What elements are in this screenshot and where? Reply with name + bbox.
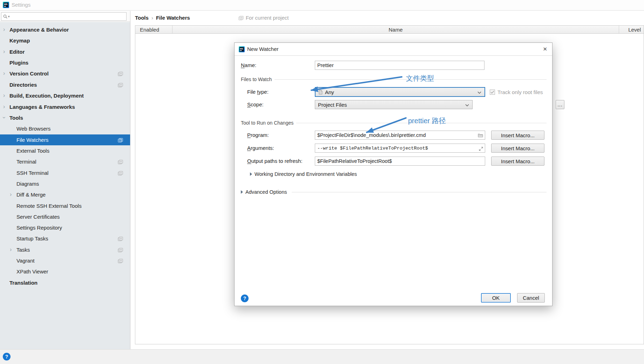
dialog-help-icon[interactable]: ? — [241, 294, 249, 302]
window-titlebar: WS Settings — [0, 0, 644, 11]
advanced-options-collapsible[interactable]: Advanced Options — [241, 189, 547, 195]
sidebar-item-editor[interactable]: ›Editor — [0, 46, 130, 57]
output-paths-input[interactable] — [315, 157, 485, 166]
chevron-right-icon[interactable]: › — [10, 247, 12, 252]
current-project-icon — [118, 71, 123, 76]
folder-browse-icon[interactable] — [478, 133, 483, 138]
name-input[interactable] — [315, 61, 484, 70]
dropdown-arrow-icon — [477, 89, 481, 95]
section-divider-line — [292, 192, 547, 192]
sidebar-item-remote-ssh-external-tools[interactable]: Remote SSH External Tools — [0, 200, 130, 211]
column-header-enabled: Enabled — [135, 26, 172, 33]
svg-text:WS: WS — [4, 3, 7, 5]
breadcrumb: Tools › File Watchers For current projec… — [135, 14, 289, 21]
sidebar-item-terminal[interactable]: Terminal — [0, 156, 130, 167]
sidebar-item-ssh-terminal[interactable]: SSH Terminal — [0, 167, 130, 178]
search-filter-caret-icon[interactable]: ▾ — [8, 15, 10, 18]
sidebar-item-xpath-viewer[interactable]: XPath Viewer — [0, 266, 130, 277]
sidebar-item-server-certificates[interactable]: Server Certificates — [0, 211, 130, 222]
program-label: Program: — [247, 131, 269, 140]
checkbox-checked-icon[interactable] — [490, 90, 495, 95]
sidebar-item-appearance-behavior[interactable]: ›Appearance & Behavior — [0, 24, 130, 35]
name-label: Name: — [241, 61, 256, 70]
breadcrumb-page-title: File Watchers — [156, 15, 190, 21]
collapsed-triangle-icon[interactable] — [241, 190, 243, 194]
settings-window: WS Settings ▾ ›Appearance & Behavior Key… — [0, 0, 644, 364]
arguments-input[interactable] — [315, 144, 485, 153]
files-to-watch-section: Files to Watch — [241, 77, 547, 82]
current-project-icon — [118, 236, 123, 241]
working-directory-collapsible[interactable]: Working Directory and Environment Variab… — [250, 171, 357, 177]
settings-footer-bar: ? OK Cancel Apply — [0, 349, 644, 364]
chevron-right-icon[interactable]: › — [3, 93, 5, 98]
scope-label: Scope: — [247, 100, 264, 109]
chevron-right-icon[interactable]: › — [10, 192, 12, 197]
new-watcher-dialog: WS New Watcher ✕ Name: Files to Watch Fi… — [234, 42, 553, 306]
svg-text:WS: WS — [240, 48, 243, 50]
dialog-ok-button[interactable]: OK — [481, 293, 511, 303]
sidebar-item-web-browsers[interactable]: Web Browsers — [0, 123, 130, 134]
dialog-titlebar: WS New Watcher ✕ — [235, 43, 552, 56]
chevron-right-icon[interactable]: › — [3, 71, 5, 76]
sidebar-item-build-execution-deployment[interactable]: ›Build, Execution, Deployment — [0, 90, 130, 101]
sidebar-item-diff-merge[interactable]: ›Diff & Merge — [0, 189, 130, 200]
search-icon[interactable]: ▾ — [3, 14, 10, 19]
sidebar-item-tasks[interactable]: ›Tasks — [0, 244, 130, 255]
sidebar-item-tools[interactable]: ›Tools — [0, 112, 130, 123]
settings-search-box[interactable]: ▾ — [1, 12, 127, 21]
sidebar-item-vagrant[interactable]: Vagrant — [0, 255, 130, 266]
help-icon[interactable]: ? — [3, 353, 11, 360]
program-insert-macro-button[interactable]: Insert Macro... — [491, 131, 544, 140]
program-annotation-text: prettier 路径 — [408, 116, 446, 126]
program-field-wrap — [315, 131, 485, 140]
output-paths-field-wrap — [315, 157, 485, 166]
file-type-label: File type: — [247, 87, 269, 97]
scope-value: Project Files — [318, 102, 347, 108]
chevron-down-icon[interactable]: › — [1, 117, 7, 118]
file-type-annotation-text: 文件类型 — [406, 74, 434, 83]
track-only-root-files-checkbox[interactable]: Track only root files — [490, 89, 543, 95]
tool-to-run-section: Tool to Run on Changes — [241, 120, 547, 126]
file-type-any-icon — [318, 90, 323, 95]
tool-to-run-label: Tool to Run on Changes — [241, 120, 293, 126]
arguments-insert-macro-button[interactable]: Insert Macro... — [491, 144, 544, 153]
dialog-title: New Watcher — [247, 46, 278, 52]
arguments-label: Arguments: — [247, 144, 274, 153]
current-project-icon — [238, 15, 244, 20]
current-project-icon — [118, 82, 123, 87]
advanced-options-label: Advanced Options — [245, 189, 287, 195]
chevron-right-icon[interactable]: › — [3, 27, 5, 32]
sidebar-item-directories[interactable]: Directories — [0, 79, 130, 90]
sidebar-item-startup-tasks[interactable]: Startup Tasks — [0, 233, 130, 244]
dialog-cancel-button[interactable]: Cancel — [517, 293, 545, 303]
sidebar-item-version-control[interactable]: ›Version Control — [0, 68, 130, 79]
output-insert-macro-button[interactable]: Insert Macro... — [491, 157, 544, 166]
file-type-dropdown[interactable]: Any — [315, 87, 485, 97]
collapsed-triangle-icon[interactable] — [250, 172, 252, 176]
working-directory-label: Working Directory and Environment Variab… — [255, 171, 357, 177]
column-header-name: Name — [172, 26, 619, 33]
sidebar-item-languages-frameworks[interactable]: ›Languages & Frameworks — [0, 101, 130, 112]
sidebar-item-plugins[interactable]: Plugins — [0, 57, 130, 68]
expand-field-icon[interactable] — [479, 146, 483, 150]
sidebar-item-external-tools[interactable]: External Tools — [0, 145, 130, 156]
search-input[interactable] — [11, 14, 126, 19]
scope-dropdown[interactable]: Project Files — [315, 100, 473, 109]
chevron-right-icon[interactable]: › — [3, 104, 5, 110]
current-project-icon — [118, 171, 123, 175]
track-only-root-files-label: Track only root files — [497, 89, 543, 95]
sidebar-item-settings-repository[interactable]: Settings Repository — [0, 222, 130, 233]
webstorm-logo-icon: WS — [239, 46, 245, 52]
sidebar-item-translation[interactable]: Translation — [0, 277, 130, 288]
scope-note-text: For current project — [246, 15, 289, 21]
program-input[interactable] — [315, 131, 485, 140]
sidebar-search-row: ▾ — [0, 11, 130, 22]
breadcrumb-tools-link[interactable]: Tools — [135, 15, 149, 21]
sidebar-item-file-watchers[interactable]: File Watchers — [0, 134, 130, 145]
chevron-right-icon[interactable]: › — [3, 49, 5, 54]
file-type-value: Any — [325, 89, 334, 95]
scope-browse-button[interactable]: ... — [556, 100, 564, 109]
sidebar-item-keymap[interactable]: Keymap — [0, 35, 130, 46]
sidebar-item-diagrams[interactable]: Diagrams — [0, 178, 130, 189]
close-icon[interactable]: ✕ — [543, 46, 547, 52]
